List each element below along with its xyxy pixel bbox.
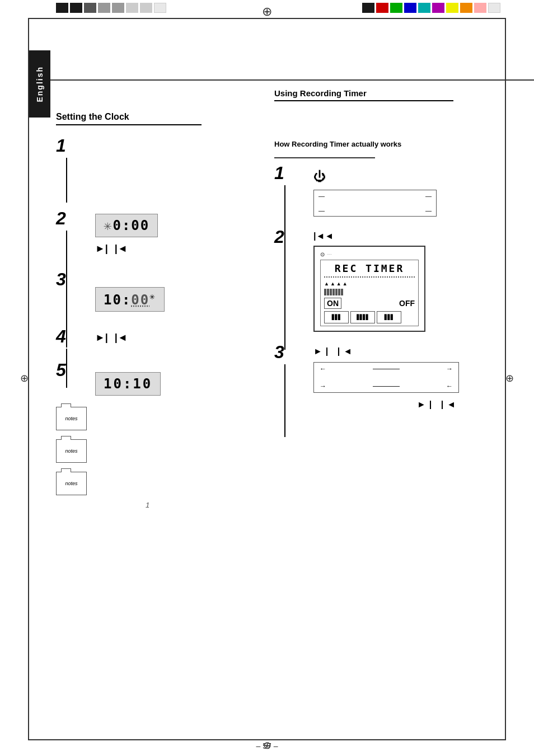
step-2-group: 2 ✳0:00 ►| |◄ bbox=[56, 209, 257, 260]
rec-box-3: ▊▊▊ bbox=[377, 311, 401, 323]
clock-display-5: 10:10 bbox=[95, 372, 161, 396]
rec-timer-top-row: ⊙ ···· bbox=[320, 251, 419, 257]
rec-box-1: ▊▊▊ bbox=[324, 311, 349, 323]
wave-icon-1: ▲ bbox=[324, 281, 329, 287]
clock-display-0: ✳0:00 bbox=[95, 214, 158, 237]
step-1-group: 1 bbox=[56, 137, 257, 199]
clock-time-5: 10:10 bbox=[104, 376, 152, 392]
cs-mid bbox=[98, 3, 110, 13]
prog-bar-3 bbox=[330, 289, 332, 295]
prog-bar-6 bbox=[338, 289, 340, 295]
cs-green bbox=[390, 3, 402, 13]
prog-bar-2 bbox=[327, 289, 329, 295]
left-crosshair-icon: ⊕ bbox=[20, 372, 29, 384]
note-1: notes bbox=[56, 407, 257, 430]
right-step-2-nav[interactable]: |◄◄ bbox=[313, 231, 425, 241]
color-strip bbox=[362, 3, 500, 13]
rec-timer-progress bbox=[324, 289, 415, 295]
note-2: notes bbox=[56, 439, 257, 463]
cs-dark bbox=[84, 3, 96, 13]
prog-bar-1 bbox=[324, 289, 326, 295]
rec-off-label: OFF bbox=[399, 299, 415, 308]
cs-cyan bbox=[418, 3, 430, 13]
cs-yellow bbox=[446, 3, 458, 13]
footnote-1: 1 bbox=[146, 501, 257, 509]
rec-on-off-row: ON OFF bbox=[324, 298, 415, 309]
step-2-number: 2 bbox=[56, 209, 78, 227]
step-3-number: 3 bbox=[56, 270, 78, 288]
dash-top: ———— bbox=[373, 365, 400, 373]
right-step-1-sep bbox=[274, 157, 375, 158]
cs-black2 bbox=[70, 3, 82, 13]
left-section-underline bbox=[56, 124, 202, 125]
cs-blue bbox=[404, 3, 416, 13]
rec-timer-boxes-row: ▊▊▊ ▊▊▊▊ ▊▊▊ bbox=[324, 311, 415, 323]
note-3: notes bbox=[56, 472, 257, 495]
left-section: Setting the Clock 1 2 ✳0:00 ►| |◄ bbox=[56, 112, 257, 509]
right-step-2-line bbox=[284, 249, 285, 350]
cs-red bbox=[376, 3, 388, 13]
wave-icon-4: ▲ bbox=[343, 281, 348, 287]
forward-skip-icon[interactable]: ►| bbox=[95, 243, 108, 255]
cursor-indicator: ✳ bbox=[104, 218, 113, 233]
cs-black-r bbox=[362, 3, 374, 13]
step-4-number: 4 bbox=[56, 327, 78, 345]
clock-time-0: 0:00 bbox=[113, 218, 149, 233]
step-3-group: 3 10:00✳ bbox=[56, 270, 257, 317]
right-section-title: Using Recording Timer bbox=[274, 88, 500, 98]
bracket-diagram-3: ← ———— → → ———— ← bbox=[313, 362, 459, 393]
notes-tab-3 bbox=[61, 468, 71, 472]
notes-tab-1 bbox=[61, 403, 71, 407]
right-section-underline bbox=[274, 100, 453, 101]
left-section-title: Setting the Clock bbox=[56, 112, 257, 122]
step-5-number: 5 bbox=[56, 361, 78, 379]
rec-timer-title: REC TIMER bbox=[324, 262, 415, 278]
border-top bbox=[28, 18, 506, 19]
cs-light bbox=[126, 3, 138, 13]
bracket-3-row1: ← ———— → bbox=[320, 365, 453, 373]
rec-timer-wave-row: ▲ ▲ ▲ ▲ bbox=[324, 281, 415, 287]
dash-bottom: ———— bbox=[373, 382, 400, 390]
rec-timer-dots: ···· bbox=[327, 252, 332, 257]
right-arrow-top: → bbox=[446, 365, 453, 373]
cs-magenta bbox=[432, 3, 444, 13]
language-tab: English bbox=[29, 50, 50, 118]
rec-box-2: ▊▊▊▊ bbox=[350, 311, 375, 323]
right-step-2-number: 2 bbox=[274, 228, 297, 246]
right-step-3-number: 3 bbox=[274, 343, 297, 361]
cs-white-r bbox=[488, 3, 500, 13]
rec-timer-inner-box: REC TIMER ▲ ▲ ▲ ▲ bbox=[320, 260, 419, 326]
step-1-line bbox=[66, 158, 67, 203]
clock-time-3: 10: bbox=[104, 292, 131, 308]
wave-icon-2: ▲ bbox=[330, 281, 335, 287]
bracket-arrow-top-right: — bbox=[425, 192, 432, 199]
right-step-1-number: 1 bbox=[274, 164, 297, 182]
prog-bar-5 bbox=[335, 289, 338, 295]
left-arrow-top: ← bbox=[320, 365, 326, 373]
greyscale-strip bbox=[56, 3, 166, 13]
bracket-diagram-1: — — — — bbox=[313, 190, 437, 217]
right-section-header: Using Recording Timer bbox=[274, 88, 500, 112]
wave-icon-3: ▲ bbox=[336, 281, 341, 287]
notes-icon-1: notes bbox=[56, 407, 87, 430]
right-subtitle: How Recording Timer actually works bbox=[274, 140, 500, 148]
right-step-2-group: 2 |◄◄ ⊙ ···· REC TIMER ▲ ▲ bbox=[274, 228, 500, 332]
clock-minutes-cursor: 00 bbox=[131, 292, 149, 308]
page-number: – 57 – bbox=[256, 741, 278, 750]
step-1-number: 1 bbox=[56, 137, 78, 154]
bracket-3-row2: → ———— ← bbox=[320, 382, 453, 390]
right-step-3-nav2[interactable]: ►| |◄ bbox=[313, 400, 459, 410]
power-icon: ⏻ bbox=[313, 170, 437, 184]
cs-orange bbox=[460, 3, 472, 13]
notes-tab-2 bbox=[61, 436, 71, 440]
backward-skip-icon-4[interactable]: |◄ bbox=[115, 332, 128, 344]
right-step-3-nav[interactable]: ►| |◄ bbox=[313, 346, 459, 356]
forward-skip-icon-4[interactable]: ►| bbox=[95, 332, 108, 344]
cs-mid2 bbox=[112, 3, 124, 13]
backward-skip-icon[interactable]: |◄ bbox=[115, 243, 128, 255]
cs-white bbox=[154, 3, 166, 13]
notes-label-1: notes bbox=[65, 416, 77, 422]
prog-bar-4 bbox=[332, 289, 335, 295]
bracket-arrow-top-left: — bbox=[318, 192, 325, 199]
bracket-row-top: — — bbox=[318, 192, 432, 199]
